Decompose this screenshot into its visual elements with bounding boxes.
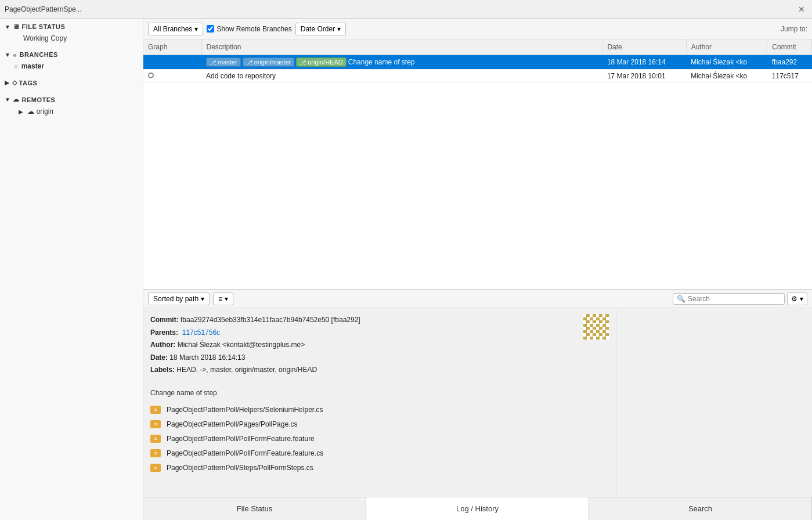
log-toolbar: All Branches ▾ Show Remote Branches Date…	[143, 19, 812, 39]
tags-label: TAGS	[19, 80, 38, 86]
list-view-icon: ≡	[218, 295, 222, 303]
file-status-label: FILE STATUS	[21, 23, 65, 30]
sorted-by-path-dropdown[interactable]: Sorted by path ▾	[148, 292, 210, 305]
description-cell: Add code to repository	[201, 70, 602, 83]
parents-link[interactable]: 117c51756c	[182, 328, 220, 337]
detail-content: Commit: fbaa29274d35eb33fb314e11faac7b94…	[143, 308, 812, 497]
file-path: PageObjectPatternPoll/PollFormFeature.fe…	[167, 435, 315, 443]
branches-header[interactable]: ▼ ⬦ BRANCHES	[0, 49, 143, 60]
settings-icon: ⚙	[791, 295, 797, 303]
branches-section: ▼ ⬦ BRANCHES ○ master	[0, 46, 143, 74]
main-layout: ▼ 🖥 FILE STATUS Working Copy ▼ ⬦ BRANCHE…	[0, 19, 812, 520]
branches-label: BRANCHES	[19, 51, 57, 58]
sorted-by-path-label: Sorted by path	[153, 295, 199, 303]
show-remote-branches-checkbox[interactable]: Show Remote Branches	[207, 25, 291, 33]
file-status-chevron: ▼	[5, 24, 10, 30]
origin-chevron: ▶	[19, 109, 23, 115]
file-icon: ≡	[150, 406, 161, 414]
list-item[interactable]: ≡PageObjectPatternPoll/PollFormFeature.f…	[143, 446, 616, 461]
tab-search[interactable]: Search	[589, 497, 812, 520]
show-remote-branches-label: Show Remote Branches	[216, 25, 291, 33]
list-item[interactable]: ≡PageObjectPatternPoll/PollFormFeature.f…	[143, 432, 616, 446]
file-path: PageObjectPatternPoll/Steps/PollFormStep…	[167, 464, 313, 472]
list-view-dropdown[interactable]: ≡ ▾	[213, 292, 233, 305]
remotes-icon: ☁	[13, 96, 20, 103]
settings-button[interactable]: ⚙ ▾	[787, 292, 807, 305]
list-item[interactable]: ≡PageObjectPatternPoll/Steps/PollFormSte…	[143, 461, 616, 475]
remotes-chevron: ▼	[5, 96, 10, 103]
sidebar: ▼ 🖥 FILE STATUS Working Copy ▼ ⬦ BRANCHE…	[0, 19, 143, 520]
file-path: PageObjectPatternPoll/Helpers/SeleniumHe…	[167, 406, 323, 414]
file-status-section: ▼ 🖥 FILE STATUS Working Copy	[0, 19, 143, 46]
date-cell: 17 Mar 2018 10:01	[602, 70, 686, 83]
remote-origin-item[interactable]: ▶ ☁ origin	[0, 106, 143, 117]
branch-master-item[interactable]: ○ master	[0, 60, 143, 72]
file-path: PageObjectPatternPoll/Pages/PollPage.cs	[167, 420, 297, 428]
tab-file-status[interactable]: File Status	[143, 497, 366, 520]
labels-value: HEAD, ->, master, origin/master, origin/…	[176, 366, 317, 374]
branches-icon: ⬦	[13, 51, 17, 58]
col-description: Description	[201, 39, 602, 55]
title-bar-text: PageObjectPatternSpe...	[5, 5, 791, 13]
date-cell: 18 Mar 2018 16:14	[602, 55, 686, 70]
commit-info: Commit: fbaa29274d35eb33fb314e11faac7b94…	[143, 308, 616, 497]
close-button[interactable]: ✕	[796, 3, 807, 15]
description-cell: ⎇master⎇origin/master⎇origin/HEADChange …	[201, 55, 602, 70]
remotes-header[interactable]: ▼ ☁ REMOTES	[0, 93, 143, 106]
date-order-label: Date Order	[301, 25, 335, 33]
date-label: Date:	[150, 353, 168, 362]
table-row[interactable]: Add code to repository17 Mar 2018 10:01M…	[143, 70, 812, 83]
avatar	[583, 314, 609, 340]
jump-to-label: Jump to:	[781, 25, 807, 33]
col-commit: Commit	[767, 39, 812, 55]
graph-cell	[143, 70, 201, 83]
commit-cell: 117c517	[767, 70, 812, 83]
all-branches-dropdown[interactable]: All Branches ▾	[148, 23, 203, 35]
all-branches-label: All Branches	[153, 25, 192, 33]
commit-meta-text: Commit: fbaa29274d35eb33fb314e11faac7b94…	[150, 314, 576, 377]
branch-tag: ⎇origin/HEAD	[296, 57, 347, 67]
date-value: 18 March 2018 16:14:13	[169, 353, 245, 362]
tags-chevron: ▶	[5, 80, 10, 86]
table-row[interactable]: ⎇master⎇origin/master⎇origin/HEADChange …	[143, 55, 812, 70]
all-branches-chevron-icon: ▾	[194, 25, 198, 33]
list-view-chevron-icon: ▾	[225, 295, 228, 303]
file-icon: ≡	[150, 435, 161, 443]
file-status-header[interactable]: ▼ 🖥 FILE STATUS	[0, 21, 143, 32]
graph-cell	[143, 55, 201, 70]
branch-tag: ⎇master	[206, 57, 241, 67]
tags-header[interactable]: ▶ ◇ TAGS	[0, 77, 143, 89]
list-item[interactable]: ≡PageObjectPatternPoll/Helpers/SeleniumH…	[143, 403, 616, 417]
file-icon: ≡	[150, 464, 161, 472]
commit-label: Commit:	[150, 316, 179, 324]
log-table: Graph Description Date Author Commit ⎇ma…	[143, 39, 812, 83]
file-status-icon: 🖥	[13, 23, 20, 30]
commit-cell: fbaa292	[767, 55, 812, 70]
search-input[interactable]	[688, 295, 781, 303]
remote-origin-label: origin	[37, 107, 53, 115]
col-author: Author	[686, 39, 767, 55]
working-copy-item[interactable]: Working Copy	[0, 32, 143, 44]
date-order-chevron-icon: ▾	[337, 25, 341, 33]
tags-section: ▶ ◇ TAGS	[0, 74, 143, 91]
toolbar-right: Jump to:	[781, 25, 807, 33]
show-remote-checkbox-input[interactable]	[207, 25, 214, 32]
commit-message: Change name of step	[143, 383, 616, 403]
detail-toolbar: Sorted by path ▾ ≡ ▾ 🔍 ⚙ ▾	[143, 290, 812, 308]
author-label: Author:	[150, 341, 175, 349]
col-graph: Graph	[143, 39, 201, 55]
labels-label: Labels:	[150, 366, 175, 374]
working-copy-label: Working Copy	[23, 34, 67, 42]
list-item[interactable]: ≡PageObjectPatternPoll/Pages/PollPage.cs	[143, 417, 616, 432]
branch-tag: ⎇origin/master	[243, 57, 295, 67]
search-icon: 🔍	[677, 295, 685, 303]
tags-icon: ◇	[12, 79, 17, 86]
bottom-tabs: File Status Log / History Search	[143, 497, 812, 520]
file-list: ≡PageObjectPatternPoll/Helpers/SeleniumH…	[143, 403, 616, 497]
date-order-dropdown[interactable]: Date Order ▾	[295, 23, 346, 35]
author-cell: Michał Ślezak <ko	[686, 55, 767, 70]
file-icon: ≡	[150, 420, 161, 428]
right-panel: All Branches ▾ Show Remote Branches Date…	[143, 19, 812, 520]
commit-description-text: Change name of step	[348, 58, 415, 66]
tab-log-history[interactable]: Log / History	[366, 497, 589, 520]
